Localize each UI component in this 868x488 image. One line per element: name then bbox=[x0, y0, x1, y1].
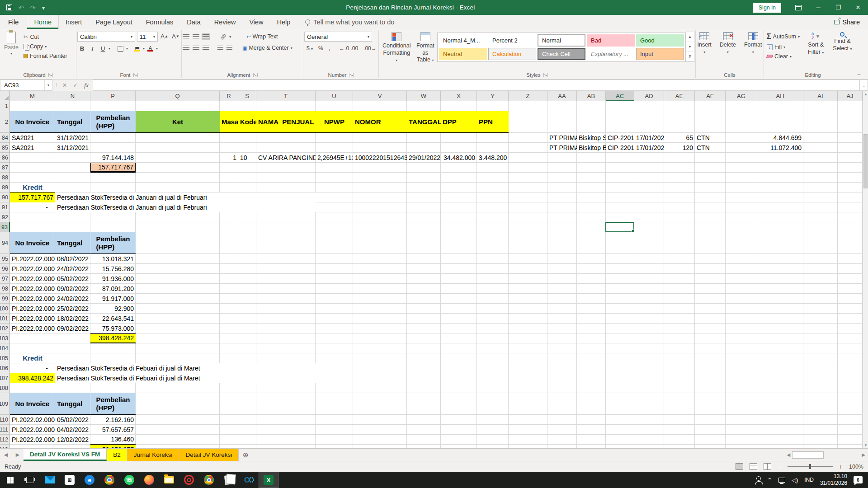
undo-icon[interactable]: ↶ bbox=[19, 4, 24, 11]
cell-P97[interactable]: 91.936.000 bbox=[90, 274, 136, 284]
sheet-tab-detail-jv-koreksi[interactable]: Detail JV Koreksi bbox=[179, 449, 239, 461]
scroll-down-icon[interactable]: ▼ bbox=[863, 442, 868, 448]
row-header-1[interactable]: 1 bbox=[0, 101, 10, 111]
cell-M89[interactable]: Kredit bbox=[10, 183, 55, 192]
cell-AH85[interactable]: 11.072.400 bbox=[757, 143, 803, 153]
chrome-button[interactable] bbox=[99, 472, 119, 488]
cell-M110[interactable]: PI.2022.02.00003 bbox=[10, 415, 55, 425]
row-header-100[interactable]: 100 bbox=[0, 304, 10, 314]
enter-formula-icon[interactable]: ✓ bbox=[71, 82, 80, 89]
fill-button[interactable]: ↓Fill▾ bbox=[765, 43, 802, 51]
formula-input[interactable] bbox=[93, 80, 860, 91]
file-explorer-button[interactable] bbox=[159, 472, 179, 488]
row-header-110[interactable]: 110 bbox=[0, 415, 10, 425]
cell-N107[interactable]: Persediaan StokTersedia di Febuari di ju… bbox=[55, 373, 316, 383]
comma-style-button[interactable]: , bbox=[326, 45, 332, 52]
format-cells-button[interactable]: Format▾ bbox=[741, 31, 765, 56]
cell-P87[interactable]: 157.717.767 bbox=[90, 163, 136, 173]
row-header-101[interactable]: 101 bbox=[0, 314, 10, 324]
chrome-profile-button[interactable] bbox=[199, 472, 219, 488]
row-header-87[interactable]: 87 bbox=[0, 163, 10, 173]
cell-N100[interactable]: 25/02/2022 bbox=[55, 304, 90, 314]
copy-button[interactable]: Copy▾ bbox=[22, 42, 69, 51]
cell-T86[interactable]: CV ARIRA PANGINDO bbox=[256, 153, 316, 163]
zoom-in-icon[interactable]: + bbox=[839, 463, 843, 470]
increase-indent-icon[interactable] bbox=[226, 46, 232, 51]
sticky-notes-button[interactable] bbox=[219, 472, 239, 488]
col-header-AG[interactable]: AG bbox=[726, 91, 757, 101]
orientation-icon[interactable]: ab bbox=[219, 32, 227, 41]
row-header-93[interactable]: 93 bbox=[0, 222, 10, 232]
row-header-91[interactable]: 91 bbox=[0, 202, 10, 212]
network-icon[interactable] bbox=[778, 478, 785, 483]
cell-P109[interactable]: Pembelian (HPP) bbox=[90, 393, 136, 415]
whatsapp-button[interactable]: ☏ bbox=[119, 472, 139, 488]
style-percent-2[interactable]: Percent 2 bbox=[488, 34, 536, 47]
row-header-112[interactable]: 112 bbox=[0, 435, 10, 445]
cell-AE85[interactable]: 120 bbox=[664, 143, 695, 153]
tab-page-layout[interactable]: Page Layout bbox=[89, 15, 139, 29]
tab-data[interactable]: Data bbox=[180, 15, 208, 29]
show-hidden-icons[interactable]: ⌃ bbox=[767, 477, 772, 483]
redo-icon[interactable]: ↷ bbox=[30, 4, 36, 11]
col-header-N[interactable]: N bbox=[55, 91, 90, 101]
row-header-113[interactable]: 113 bbox=[0, 445, 10, 448]
cell-N106[interactable]: Persediaan StokTersedia di Febuari di ju… bbox=[55, 363, 316, 373]
tab-formulas[interactable]: Formulas bbox=[139, 15, 180, 29]
tell-me-box[interactable]: Tell me what you want to do bbox=[305, 15, 394, 29]
save-icon[interactable] bbox=[6, 5, 12, 10]
style-check-cell[interactable]: Check Cell bbox=[538, 48, 585, 60]
cell-N96[interactable]: 24/02/2022 bbox=[55, 264, 90, 274]
cell-N111[interactable]: 04/02/2022 bbox=[55, 425, 90, 435]
page-break-view-icon[interactable] bbox=[764, 463, 771, 470]
col-header-AF[interactable]: AF bbox=[695, 91, 726, 101]
insert-cells-button[interactable]: Insert▾ bbox=[695, 31, 714, 56]
cell-R2[interactable]: Masa bbox=[220, 111, 238, 133]
style-explanatory[interactable]: Explanatory ... bbox=[587, 48, 635, 60]
cell-V2[interactable]: NOMOR bbox=[353, 111, 407, 133]
ribbon-display-options-button[interactable] bbox=[788, 0, 808, 15]
font-family-select[interactable]: Calibri▾ bbox=[77, 32, 135, 42]
cell-M106[interactable]: - bbox=[10, 363, 55, 373]
increase-decimal-button[interactable]: ←.0 .00 bbox=[337, 45, 360, 52]
insert-function-icon[interactable]: fx bbox=[81, 82, 91, 89]
cell-N85[interactable]: 31/12/2021 bbox=[55, 143, 90, 153]
cell-W2[interactable]: TANGGAL bbox=[407, 111, 441, 133]
wrap-text-button[interactable]: ↩Wrap Text bbox=[245, 33, 279, 41]
close-button[interactable]: ✕ bbox=[848, 0, 868, 15]
cell-M109[interactable]: No Invoice bbox=[10, 393, 55, 415]
cell-P102[interactable]: 75.973.000 bbox=[90, 324, 136, 333]
cell-AE84[interactable]: 65 bbox=[664, 133, 695, 143]
accounting-format-button[interactable]: $ ▾ bbox=[304, 45, 315, 52]
cell-P110[interactable]: 2.162.160 bbox=[90, 415, 136, 425]
style-normal[interactable]: Normal bbox=[538, 34, 585, 47]
horizontal-scroll-thumb[interactable] bbox=[792, 451, 824, 459]
font-dialog-launcher[interactable]: ↘ bbox=[133, 73, 138, 77]
tab-file[interactable]: File bbox=[0, 15, 27, 29]
cell-N99[interactable]: 24/02/2022 bbox=[55, 294, 90, 304]
cell-AA84[interactable]: PT PRIMA bbox=[547, 133, 577, 143]
cell-N112[interactable]: 12/02/2022 bbox=[55, 435, 90, 445]
font-color-button[interactable]: A bbox=[146, 44, 155, 53]
font-color-chevron-icon[interactable]: ▾ bbox=[156, 47, 158, 51]
cell-N101[interactable]: 18/02/2022 bbox=[55, 314, 90, 324]
select-all-corner[interactable] bbox=[0, 91, 10, 101]
col-header-T[interactable]: T bbox=[256, 91, 316, 101]
zoom-slider[interactable] bbox=[788, 466, 833, 467]
cell-P112[interactable]: 136.460 bbox=[90, 435, 136, 445]
cell-M96[interactable]: PI.2022.02.00043 bbox=[10, 264, 55, 274]
zoom-level[interactable]: 100% bbox=[849, 464, 863, 470]
row-header-86[interactable]: 86 bbox=[0, 153, 10, 163]
underline-button[interactable]: U bbox=[98, 44, 108, 53]
col-header-W[interactable]: W bbox=[407, 91, 441, 101]
tab-review[interactable]: Review bbox=[208, 15, 243, 29]
cell-P94[interactable]: Pembelian (HPP) bbox=[90, 232, 136, 254]
styles-dialog-launcher[interactable]: ↘ bbox=[543, 73, 548, 77]
style-input[interactable]: Input bbox=[636, 48, 684, 60]
cell-P86[interactable]: 97.144.148 bbox=[90, 153, 136, 163]
cell-P2[interactable]: Pembelian (HPP) bbox=[90, 111, 136, 133]
excel-taskbar-button[interactable]: X bbox=[259, 472, 278, 488]
col-header-Q[interactable]: Q bbox=[136, 91, 220, 101]
zoom-slider-thumb[interactable] bbox=[809, 464, 811, 469]
cell-N94[interactable]: Tanggal bbox=[55, 232, 90, 254]
